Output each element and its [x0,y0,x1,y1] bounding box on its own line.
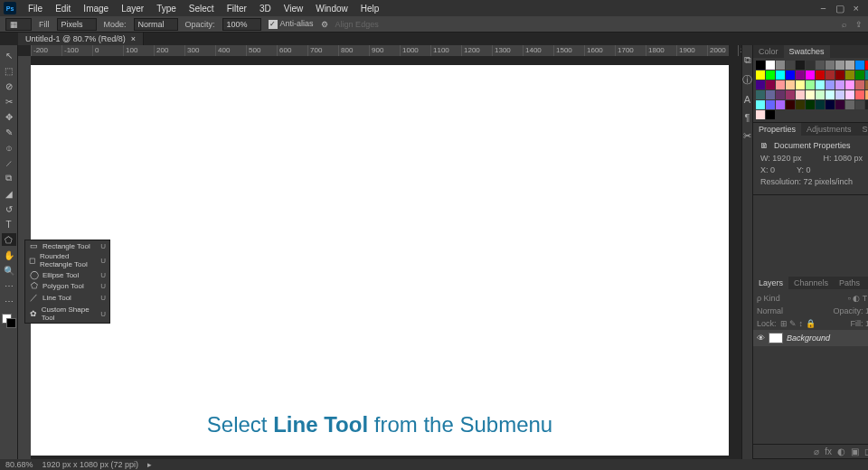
menu-edit[interactable]: Edit [49,2,77,15]
swatch[interactable] [806,90,815,99]
tab-color[interactable]: Color [753,45,784,58]
swatch[interactable] [766,100,775,109]
swatch[interactable] [766,70,775,80]
swatch[interactable] [796,100,805,109]
swatch[interactable] [816,90,825,99]
flyout-item[interactable]: ◯Ellipse ToolU [25,269,109,280]
swatch[interactable] [786,80,795,89]
swatch[interactable] [806,100,815,109]
opacity-select[interactable]: 100% [222,18,261,31]
swatch[interactable] [845,80,854,89]
flyout-item[interactable]: ◻Rounded Rectangle ToolU [25,251,109,269]
menu-image[interactable]: Image [77,2,115,15]
swatch[interactable] [776,80,785,89]
blend-mode[interactable]: Normal [757,306,783,315]
new-layer-icon[interactable]: ◻ [864,446,868,456]
antialias-check[interactable]: ✓Anti-alias [269,19,314,29]
swatch[interactable] [806,80,815,89]
menu-file[interactable]: File [22,2,49,15]
swatch[interactable] [855,70,864,80]
tool-hand[interactable]: ✋ [2,249,16,261]
tool-eyedropper[interactable]: ✥ [2,110,16,123]
menu-select[interactable]: Select [183,2,221,15]
menu-view[interactable]: View [278,2,310,15]
swatch[interactable] [796,80,805,89]
swatch[interactable] [855,100,864,109]
tool-shape[interactable]: ⬠ [2,233,16,246]
tab-paths[interactable]: Paths [834,277,865,289]
tool-move[interactable]: ↖ [2,49,16,61]
gear-icon[interactable]: ⚙ [321,20,328,29]
link-icon[interactable]: ⌀ [814,446,819,456]
tool-crop[interactable]: ✂ [2,95,16,108]
swatch[interactable] [796,90,805,99]
swatch[interactable] [826,100,835,109]
swatch[interactable] [756,110,765,119]
swatch[interactable] [776,100,785,109]
tool-dodge[interactable]: ↺ [2,202,16,215]
swatch[interactable] [786,61,795,70]
swatch[interactable] [756,70,765,80]
swatch[interactable] [835,80,844,89]
swatch[interactable] [845,61,854,70]
fx-icon[interactable]: fx [825,446,832,456]
menu-filter[interactable]: Filter [221,2,253,15]
swatch[interactable] [766,80,775,89]
tool-colors[interactable] [2,314,16,328]
swatch[interactable] [855,61,864,70]
tool-preset[interactable]: ▦ [5,18,32,31]
flyout-item[interactable]: ⬠Polygon ToolU [25,280,109,291]
swatch[interactable] [756,90,765,99]
swatch[interactable] [756,100,765,109]
tool-history[interactable]: ⧉ [2,172,16,184]
flyout-item[interactable]: ／Line ToolU [25,291,109,305]
swatch[interactable] [835,100,844,109]
frame-icon[interactable]: ⧉ [744,54,751,66]
swatch[interactable] [826,90,835,99]
eye-icon[interactable]: 👁 [757,334,765,343]
menu-window[interactable]: Window [309,2,354,15]
swatch[interactable] [766,61,775,70]
tool-zoom[interactable]: 🔍 [2,264,16,277]
background-swatch[interactable] [6,318,16,328]
menu-type[interactable]: Type [150,2,183,15]
swatch[interactable] [845,90,854,99]
swatch[interactable] [835,90,844,99]
swatch[interactable] [786,70,795,80]
menu-3d[interactable]: 3D [253,2,278,15]
swatch[interactable] [776,90,785,99]
swatch[interactable] [766,90,775,99]
tool-marquee[interactable]: ⬚ [2,64,16,77]
canvas[interactable]: Select Line Tool from the Submenu [31,65,729,456]
swatch[interactable] [796,61,805,70]
tool-extra1[interactable]: ⋯ [2,279,16,292]
tool-lasso[interactable]: ⊘ [2,80,16,92]
swatch[interactable] [826,61,835,70]
swatch[interactable] [816,61,825,70]
swatch[interactable] [776,61,785,70]
flyout-item[interactable]: ✿Custom Shape ToolU [25,305,109,323]
swatch[interactable] [786,90,795,99]
swatch[interactable] [826,70,835,80]
minimize-button[interactable]: − [820,3,826,14]
search-icon[interactable]: ⌕ [842,20,846,29]
swatch[interactable] [826,80,835,89]
maximize-button[interactable]: ▢ [835,3,844,14]
doc-tab-close[interactable]: × [131,34,136,43]
swatch[interactable] [845,70,854,80]
unit-select[interactable]: Pixels [57,18,97,31]
folder-icon[interactable]: ▣ [851,446,859,456]
tool-brush[interactable]: ⌽ [2,141,16,154]
flyout-item[interactable]: ▭Rectangle ToolU [25,240,109,251]
character-icon[interactable]: A [744,94,750,105]
tab-swatches[interactable]: Swatches [784,45,830,58]
doc-tab[interactable]: Untitled-1 @ 80.7% (Red/8) × [18,33,144,45]
tab-properties[interactable]: Properties [753,123,801,136]
swatch[interactable] [786,100,795,109]
menu-layer[interactable]: Layer [115,2,150,15]
swatch[interactable] [766,110,775,119]
tab-adjustments[interactable]: Adjustments [801,123,857,136]
layer-filter[interactable]: ρ Kind [757,294,780,303]
menu-help[interactable]: Help [354,2,386,15]
zoom-level[interactable]: 80.68% [5,460,33,469]
